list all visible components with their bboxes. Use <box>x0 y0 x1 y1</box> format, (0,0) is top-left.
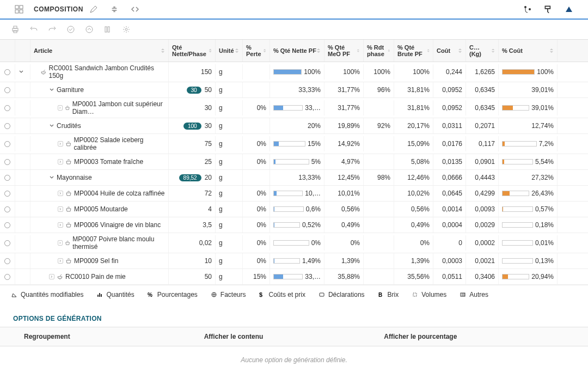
svg-point-13 <box>125 28 127 30</box>
up-circle-icon[interactable] <box>85 25 94 34</box>
row-radio[interactable] <box>4 159 10 165</box>
article-cell[interactable]: MP0005 Moutarde <box>30 202 169 217</box>
redo-icon[interactable] <box>48 25 57 34</box>
grid-icon[interactable] <box>14 4 24 14</box>
col-header[interactable]: Coût <box>433 40 466 62</box>
col-header[interactable]: Article <box>30 40 169 62</box>
col-header[interactable]: Unité <box>216 40 243 62</box>
footer-tab[interactable]: BBrix <box>378 291 399 298</box>
article-cell[interactable]: MP0006 Vinaigre de vin blanc <box>30 217 169 233</box>
row-radio[interactable] <box>4 240 10 246</box>
table-row: MP0001 Jambon cuit supérieur Diam…30g0%3… <box>0 98 588 118</box>
pencil-icon[interactable] <box>89 4 99 14</box>
svg-rect-14 <box>97 295 99 297</box>
undo-icon[interactable] <box>29 25 38 34</box>
col-header[interactable]: % Qté Brute PF <box>394 40 433 62</box>
col-header[interactable]: Qté Nette/Phase <box>169 40 216 62</box>
options-header: Regroupement Afficher le contenu Affiche… <box>0 327 588 346</box>
table-row: Crudités10030g20%19,89%92%20,17%0,03110,… <box>0 118 588 134</box>
opt-col-regroup: Regroupement <box>24 333 204 340</box>
code-icon[interactable] <box>130 4 140 14</box>
footer-tab[interactable]: Quantités <box>96 291 134 298</box>
table-row: MP0002 Salade iceberg calibrée75g0%15%14… <box>0 134 588 154</box>
table-row: MP0003 Tomate fraîche25g0%5%4,97%5,08%0,… <box>0 154 588 170</box>
row-radio[interactable] <box>4 274 10 280</box>
columns-icon[interactable] <box>103 25 112 34</box>
row-radio[interactable] <box>4 222 10 228</box>
topbar: COMPOSITION <box>0 0 588 20</box>
row-radio[interactable] <box>4 141 10 147</box>
article-cell[interactable]: MP0003 Tomate fraîche <box>30 154 169 169</box>
svg-rect-22 <box>413 293 416 296</box>
footer-tab[interactable]: Déclarations <box>318 291 365 298</box>
svg-text:$: $ <box>259 291 262 298</box>
row-radio[interactable] <box>4 69 10 75</box>
svg-rect-12 <box>108 27 109 32</box>
paint-icon[interactable] <box>543 4 553 14</box>
col-header[interactable] <box>0 40 15 62</box>
row-radio[interactable] <box>4 206 10 212</box>
article-cell[interactable]: RC0010 Pain de mie <box>30 269 169 284</box>
article-cell[interactable]: MP0009 Sel fin <box>30 253 169 269</box>
row-radio[interactable] <box>4 191 10 197</box>
article-cell[interactable]: RC0001 Sandwich Jambon Crudités 150g <box>30 62 169 82</box>
article-cell[interactable]: MP0007 Poivre blanc moulu thermisé <box>30 233 169 253</box>
collapse-icon[interactable] <box>109 4 119 14</box>
svg-rect-2 <box>15 10 19 13</box>
table-header: ArticleQté Nette/PhaseUnité% Perte% Qté … <box>0 40 588 62</box>
svg-rect-1 <box>20 5 23 9</box>
svg-point-10 <box>86 26 93 33</box>
badge: 100 <box>183 123 201 130</box>
article-cell[interactable]: MP0001 Jambon cuit supérieur Diam… <box>30 98 169 118</box>
svg-rect-11 <box>105 27 107 32</box>
footer-tab[interactable]: Facteurs <box>211 291 246 298</box>
article-cell[interactable]: Garniture <box>30 82 169 97</box>
table-row: RC0010 Pain de mie50g15%33,…35,88%35,56%… <box>0 269 588 285</box>
col-header[interactable]: C… (Kg) <box>466 40 499 62</box>
row-radio[interactable] <box>4 87 10 93</box>
svg-point-4 <box>524 6 526 8</box>
col-header[interactable] <box>15 40 30 62</box>
table-row: MP0004 Huile de colza raffinée72g0%10,…1… <box>0 186 588 202</box>
table-row: MP0005 Moutarde4g0%0,6%0,56%0,56%0,00140… <box>0 202 588 217</box>
svg-rect-0 <box>15 5 19 9</box>
print-icon[interactable] <box>11 25 20 34</box>
col-header[interactable]: % Qté MeO PF <box>324 40 364 62</box>
svg-rect-15 <box>99 293 100 297</box>
col-header[interactable]: % Qté Nette PF <box>270 40 324 62</box>
opt-col-percent: Afficher le pourcentage <box>384 333 564 340</box>
col-header[interactable]: % Coût <box>499 40 558 62</box>
page-title: COMPOSITION <box>34 5 83 13</box>
article-cell[interactable]: Crudités <box>30 118 169 133</box>
footer-tab[interactable]: %Pourcentages <box>148 291 198 298</box>
col-header[interactable]: % Perte <box>243 40 270 62</box>
article-cell[interactable]: MP0004 Huile de colza raffinée <box>30 186 169 201</box>
gear-icon[interactable] <box>122 25 131 34</box>
svg-rect-16 <box>101 294 102 297</box>
table-row: MP0007 Poivre blanc moulu thermisé0,02g0… <box>0 233 588 253</box>
triangle-up-icon[interactable] <box>564 4 574 14</box>
col-header[interactable]: % Rdt phase <box>364 40 394 62</box>
row-radio[interactable] <box>4 123 10 129</box>
check-circle-icon[interactable] <box>66 25 75 34</box>
row-radio[interactable] <box>4 258 10 264</box>
table-row: RC0001 Sandwich Jambon Crudités 150g150g… <box>0 62 588 82</box>
row-radio[interactable] <box>4 175 10 181</box>
article-cell[interactable]: MP0002 Salade iceberg calibrée <box>30 134 169 154</box>
svg-rect-7 <box>14 26 17 28</box>
options-empty: Aucune option de génération définie. <box>0 346 588 366</box>
table-row: MP0006 Vinaigre de vin blanc3,5g0%0,52%0… <box>0 217 588 233</box>
footer-tab[interactable]: Autres <box>460 291 488 298</box>
footer-tab[interactable]: Volumes <box>412 291 446 298</box>
svg-rect-3 <box>20 10 23 13</box>
row-radio[interactable] <box>4 105 10 111</box>
branch-icon[interactable] <box>523 4 532 14</box>
footer-tab[interactable]: Quantités modifiables <box>11 291 83 298</box>
svg-point-9 <box>68 26 74 33</box>
footer-tabs: Quantités modifiablesQuantités%Pourcenta… <box>0 285 588 304</box>
footer-tab[interactable]: $Coûts et prix <box>259 291 305 298</box>
composition-table: ArticleQté Nette/PhaseUnité% Perte% Qté … <box>0 39 588 285</box>
options-title: OPTIONS DE GÉNÉRATION <box>0 304 588 327</box>
table-row: Garniture3050g33,33%31,77%96%31,81%0,095… <box>0 82 588 98</box>
article-cell[interactable]: Mayonnaise <box>30 170 169 185</box>
